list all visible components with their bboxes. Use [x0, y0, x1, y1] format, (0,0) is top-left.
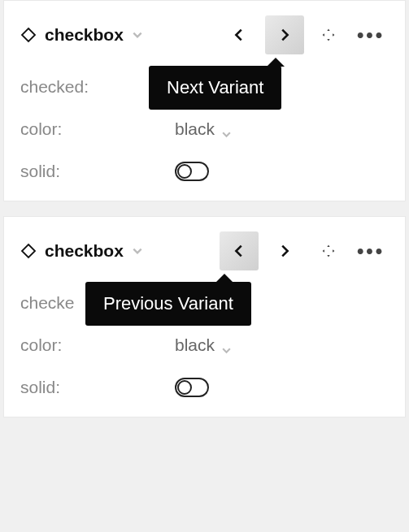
tooltip: Previous Variant	[85, 282, 251, 326]
variant-panel: checkbox ••• Next Variant checked: co	[3, 0, 406, 201]
prop-value[interactable]: black	[175, 335, 232, 355]
next-variant-button[interactable]	[265, 15, 304, 54]
chevron-down-icon[interactable]	[132, 245, 143, 257]
prop-value	[175, 378, 209, 397]
more-icon[interactable]: •••	[353, 233, 389, 269]
prev-variant-button[interactable]	[220, 231, 259, 270]
prev-variant-button[interactable]	[220, 15, 259, 54]
prop-row-solid: solid:	[20, 376, 389, 399]
prop-row-color: color: black	[20, 334, 389, 357]
tooltip: Next Variant	[149, 66, 281, 110]
variant-panel: checkbox ••• Previous Variant checke	[3, 216, 406, 417]
prop-value[interactable]: black	[175, 119, 232, 139]
toggle[interactable]	[175, 378, 209, 397]
component-icon	[20, 27, 37, 43]
prop-value-text: black	[175, 335, 215, 355]
component-name[interactable]: checkbox	[45, 241, 124, 261]
toggle[interactable]	[175, 162, 209, 181]
prop-label: color:	[20, 119, 175, 139]
panel-header: checkbox •••	[20, 15, 389, 54]
prop-value	[175, 162, 209, 181]
component-name[interactable]: checkbox	[45, 25, 124, 45]
panel-header: checkbox •••	[20, 231, 389, 270]
component-icon	[20, 243, 37, 259]
next-variant-button[interactable]	[265, 231, 304, 270]
prop-row-solid: solid:	[20, 160, 389, 183]
toggle-knob	[177, 164, 192, 179]
toggle-knob	[177, 380, 192, 395]
nav-group: •••	[220, 15, 389, 54]
nav-group: •••	[220, 231, 389, 270]
prop-value-text: black	[175, 119, 215, 139]
move-icon[interactable]	[311, 233, 346, 269]
chevron-down-icon	[221, 124, 232, 135]
move-icon[interactable]	[311, 17, 346, 53]
chevron-down-icon[interactable]	[132, 29, 143, 41]
prop-label: solid:	[20, 378, 175, 397]
more-icon[interactable]: •••	[353, 17, 389, 53]
chevron-down-icon	[221, 340, 232, 351]
prop-label: solid:	[20, 162, 175, 181]
prop-label: color:	[20, 335, 175, 355]
prop-row-color: color: black	[20, 118, 389, 141]
